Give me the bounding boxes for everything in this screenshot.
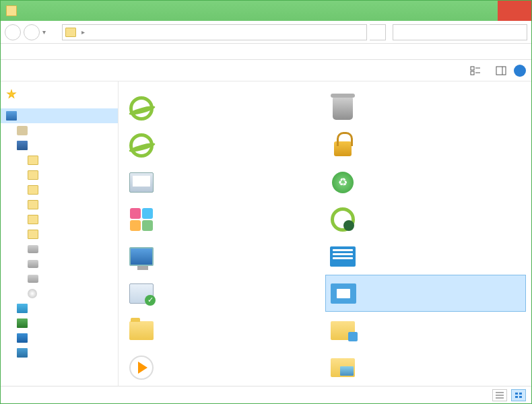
titlebar[interactable] [1,1,531,21]
tree-desktop-folder[interactable] [1,227,118,242]
svg-rect-12 [519,396,522,398]
network-icon [17,318,28,328]
menu-bar [1,44,531,60]
command-bar [1,60,531,81]
tree-downloads[interactable] [1,197,118,212]
svg-rect-0 [471,67,474,70]
explorer-icon [329,317,356,344]
recycle-icon [17,348,28,358]
taskmgr-icon [128,169,155,196]
tree-videos[interactable] [1,153,118,168]
address-bar[interactable]: ▸ [62,24,367,40]
view-large-icons-button[interactable] [511,389,526,401]
item-embedded-lockdown[interactable] [325,127,527,164]
forward-button[interactable] [24,24,40,40]
svg-rect-4 [496,67,506,75]
desktop-icon [6,111,17,121]
ie-green-icon [128,95,155,122]
search-box[interactable] [393,24,527,40]
control-panel-icon [329,243,356,270]
folder-icon [28,200,38,209]
item-wmp[interactable] [124,349,325,386]
minimize-button[interactable] [437,1,467,21]
tree-control-panel[interactable] [1,331,118,345]
tree-drive-e[interactable] [1,271,118,286]
svg-rect-9 [515,393,518,395]
folder-icon [28,215,38,224]
item-360-software-manager[interactable] [124,201,325,238]
pc-icon [17,141,28,150]
close-button[interactable] [498,1,531,21]
ie-green-icon [128,132,155,159]
item-task-manager[interactable] [124,164,325,201]
tree-administrator[interactable] [1,123,118,138]
item-pictures[interactable] [325,349,527,386]
dvd-icon [28,289,37,298]
control-panel-icon [17,333,28,343]
tree-drive-c[interactable] [1,242,118,257]
item-documents[interactable] [124,312,325,349]
drive-icon [28,275,38,283]
colors-icon [128,206,155,233]
tree-libraries[interactable] [1,301,118,316]
maximize-button[interactable] [467,1,498,21]
lock-icon [329,132,356,159]
pc-icon [128,243,155,270]
preview-pane-button[interactable] [495,65,507,77]
body: ♻ [1,81,531,386]
search-input[interactable] [397,28,523,37]
back-button[interactable] [5,24,21,40]
folder-icon [28,170,38,180]
tree-documents[interactable] [1,182,118,197]
star-icon [6,89,17,100]
trash-icon [329,95,356,122]
desktop-tile-icon [330,280,357,307]
tree-pictures[interactable] [1,168,118,182]
item-uninstall[interactable] [325,90,527,127]
folder-icon [65,28,76,37]
folder-icon [128,317,155,344]
navigation-tree[interactable] [1,81,119,386]
window-icon [6,5,17,16]
tree-network[interactable] [1,316,118,331]
folder-icon [28,230,38,239]
user-icon [17,126,28,135]
item-this-pc[interactable] [124,238,325,275]
recycle-icon: ♻ [329,169,356,196]
drive-icon [28,260,38,268]
content-area[interactable]: ♻ [119,81,531,386]
pictures-folder-icon [329,354,356,381]
item-uninstall-360-browser[interactable]: ♻ [325,164,527,201]
tree-this-pc[interactable] [1,138,118,153]
view-details-button[interactable] [492,389,507,401]
tree-favorites[interactable] [1,87,118,102]
item-360-browser[interactable] [124,90,325,127]
svg-rect-10 [519,393,522,395]
window-controls [437,1,531,21]
ie-incognito-icon [329,206,356,233]
item-desktop[interactable] [325,275,527,312]
wmp-icon [128,354,155,381]
organize-button[interactable] [6,69,17,72]
refresh-button[interactable] [370,24,386,40]
help-button[interactable] [514,65,526,77]
item-file-explorer[interactable] [325,312,527,349]
status-bar [1,386,531,403]
tree-dvd[interactable] [1,286,118,301]
item-default-programs[interactable] [124,275,325,312]
tree-desktop[interactable] [1,108,118,123]
view-options-button[interactable] [469,65,481,77]
recent-dropdown-icon[interactable]: ▾ [42,28,46,36]
item-360-incognito[interactable] [325,201,527,238]
navigation-bar: ▾ ▸ [1,21,531,44]
svg-rect-1 [471,71,474,75]
tree-drive-d[interactable] [1,257,118,271]
item-control-panel[interactable] [325,238,527,275]
item-grid: ♻ [124,90,526,386]
tree-recycle-bin[interactable] [1,345,118,360]
item-repair-360[interactable] [124,127,325,164]
drive-icon [28,245,38,253]
defaults-icon [128,280,155,307]
tree-music[interactable] [1,212,118,227]
explorer-window: ▾ ▸ [0,0,532,404]
